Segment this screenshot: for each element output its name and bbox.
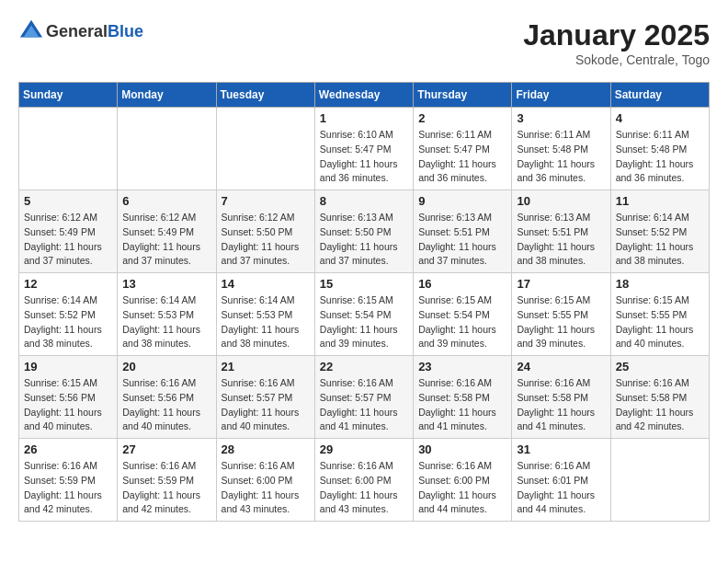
weekday-header-cell: Thursday: [414, 83, 512, 108]
calendar-day-cell: 1Sunrise: 6:10 AM Sunset: 5:47 PM Daylig…: [314, 108, 413, 190]
page-header: GeneralBlue January 2025 Sokode, Central…: [18, 18, 710, 67]
calendar-day-cell: 14Sunrise: 6:14 AM Sunset: 5:53 PM Dayli…: [216, 273, 314, 356]
calendar-day-cell: 20Sunrise: 6:16 AM Sunset: 5:56 PM Dayli…: [118, 356, 216, 439]
calendar-day-cell: 31Sunrise: 6:16 AM Sunset: 6:01 PM Dayli…: [512, 439, 610, 522]
day-number: 18: [616, 277, 704, 291]
calendar-day-cell: 24Sunrise: 6:16 AM Sunset: 5:58 PM Dayli…: [512, 356, 610, 439]
calendar-day-cell: 5Sunrise: 6:12 AM Sunset: 5:49 PM Daylig…: [19, 190, 118, 273]
day-number: 25: [616, 360, 704, 373]
weekday-header-cell: Saturday: [610, 83, 709, 108]
weekday-header-cell: Tuesday: [216, 83, 314, 108]
day-info: Sunrise: 6:16 AM Sunset: 6:01 PM Dayligh…: [517, 459, 605, 517]
day-info: Sunrise: 6:12 AM Sunset: 5:50 PM Dayligh…: [222, 211, 310, 269]
calendar-day-cell: 16Sunrise: 6:15 AM Sunset: 5:54 PM Dayli…: [414, 273, 512, 356]
calendar-day-cell: 4Sunrise: 6:11 AM Sunset: 5:48 PM Daylig…: [610, 108, 709, 190]
day-info: Sunrise: 6:16 AM Sunset: 6:00 PM Dayligh…: [320, 459, 408, 517]
location-title: Sokode, Centrale, Togo: [523, 52, 710, 67]
day-info: Sunrise: 6:12 AM Sunset: 5:49 PM Dayligh…: [24, 211, 112, 269]
calendar-week-row: 12Sunrise: 6:14 AM Sunset: 5:52 PM Dayli…: [19, 273, 710, 356]
day-number: 15: [320, 277, 408, 291]
logo-icon: [18, 18, 44, 44]
title-block: January 2025 Sokode, Centrale, Togo: [523, 18, 710, 67]
day-number: 20: [122, 360, 210, 373]
calendar-day-cell: [216, 108, 314, 190]
day-number: 29: [320, 442, 408, 456]
calendar-day-cell: 26Sunrise: 6:16 AM Sunset: 5:59 PM Dayli…: [19, 439, 118, 522]
day-number: 10: [517, 194, 605, 208]
day-info: Sunrise: 6:15 AM Sunset: 5:56 PM Dayligh…: [24, 376, 112, 434]
calendar-day-cell: [19, 108, 118, 190]
day-number: 16: [418, 277, 506, 291]
day-info: Sunrise: 6:15 AM Sunset: 5:54 PM Dayligh…: [320, 293, 408, 351]
calendar-week-row: 5Sunrise: 6:12 AM Sunset: 5:49 PM Daylig…: [19, 190, 710, 273]
calendar-day-cell: 6Sunrise: 6:12 AM Sunset: 5:49 PM Daylig…: [118, 190, 216, 273]
day-info: Sunrise: 6:13 AM Sunset: 5:50 PM Dayligh…: [320, 211, 408, 269]
calendar-day-cell: 21Sunrise: 6:16 AM Sunset: 5:57 PM Dayli…: [216, 356, 314, 439]
calendar-day-cell: 3Sunrise: 6:11 AM Sunset: 5:48 PM Daylig…: [512, 108, 610, 190]
day-number: 26: [24, 442, 112, 456]
calendar-day-cell: 23Sunrise: 6:16 AM Sunset: 5:58 PM Dayli…: [414, 356, 512, 439]
calendar-day-cell: [118, 108, 216, 190]
logo-text-blue: Blue: [108, 22, 143, 40]
logo-text-general: General: [46, 22, 108, 40]
day-info: Sunrise: 6:13 AM Sunset: 5:51 PM Dayligh…: [418, 211, 506, 269]
day-number: 22: [320, 360, 408, 373]
month-title: January 2025: [523, 18, 710, 52]
calendar-day-cell: 11Sunrise: 6:14 AM Sunset: 5:52 PM Dayli…: [610, 190, 709, 273]
day-number: 12: [24, 277, 112, 291]
day-info: Sunrise: 6:10 AM Sunset: 5:47 PM Dayligh…: [320, 128, 408, 186]
day-info: Sunrise: 6:15 AM Sunset: 5:54 PM Dayligh…: [418, 293, 506, 351]
day-info: Sunrise: 6:14 AM Sunset: 5:53 PM Dayligh…: [122, 293, 210, 351]
calendar-day-cell: 25Sunrise: 6:16 AM Sunset: 5:58 PM Dayli…: [610, 356, 709, 439]
day-number: 19: [24, 360, 112, 373]
calendar-day-cell: 12Sunrise: 6:14 AM Sunset: 5:52 PM Dayli…: [19, 273, 118, 356]
day-number: 14: [222, 277, 310, 291]
day-info: Sunrise: 6:14 AM Sunset: 5:52 PM Dayligh…: [616, 211, 704, 269]
day-number: 31: [517, 442, 605, 456]
weekday-header-cell: Wednesday: [314, 83, 413, 108]
day-info: Sunrise: 6:11 AM Sunset: 5:48 PM Dayligh…: [517, 128, 605, 186]
calendar-day-cell: 17Sunrise: 6:15 AM Sunset: 5:55 PM Dayli…: [512, 273, 610, 356]
day-info: Sunrise: 6:12 AM Sunset: 5:49 PM Dayligh…: [122, 211, 210, 269]
calendar-table: SundayMondayTuesdayWednesdayThursdayFrid…: [18, 82, 710, 522]
calendar-day-cell: 13Sunrise: 6:14 AM Sunset: 5:53 PM Dayli…: [118, 273, 216, 356]
calendar-day-cell: 10Sunrise: 6:13 AM Sunset: 5:51 PM Dayli…: [512, 190, 610, 273]
weekday-header-cell: Friday: [512, 83, 610, 108]
day-info: Sunrise: 6:15 AM Sunset: 5:55 PM Dayligh…: [517, 293, 605, 351]
calendar-day-cell: 30Sunrise: 6:16 AM Sunset: 6:00 PM Dayli…: [414, 439, 512, 522]
day-number: 21: [222, 360, 310, 373]
day-info: Sunrise: 6:16 AM Sunset: 5:56 PM Dayligh…: [122, 376, 210, 434]
day-info: Sunrise: 6:11 AM Sunset: 5:48 PM Dayligh…: [616, 128, 704, 186]
day-number: 5: [24, 194, 112, 208]
calendar-week-row: 19Sunrise: 6:15 AM Sunset: 5:56 PM Dayli…: [19, 356, 710, 439]
calendar-week-row: 26Sunrise: 6:16 AM Sunset: 5:59 PM Dayli…: [19, 439, 710, 522]
day-number: 13: [122, 277, 210, 291]
day-info: Sunrise: 6:15 AM Sunset: 5:55 PM Dayligh…: [616, 293, 704, 351]
calendar-day-cell: 2Sunrise: 6:11 AM Sunset: 5:47 PM Daylig…: [414, 108, 512, 190]
day-info: Sunrise: 6:16 AM Sunset: 6:00 PM Dayligh…: [418, 459, 506, 517]
day-info: Sunrise: 6:14 AM Sunset: 5:53 PM Dayligh…: [222, 293, 310, 351]
logo: GeneralBlue: [18, 18, 143, 44]
day-number: 23: [418, 360, 506, 373]
calendar-day-cell: 22Sunrise: 6:16 AM Sunset: 5:57 PM Dayli…: [314, 356, 413, 439]
calendar-body: 1Sunrise: 6:10 AM Sunset: 5:47 PM Daylig…: [19, 108, 710, 522]
calendar-day-cell: 8Sunrise: 6:13 AM Sunset: 5:50 PM Daylig…: [314, 190, 413, 273]
day-info: Sunrise: 6:16 AM Sunset: 5:57 PM Dayligh…: [320, 376, 408, 434]
calendar-day-cell: [610, 439, 709, 522]
day-number: 6: [122, 194, 210, 208]
day-number: 4: [616, 111, 704, 125]
day-number: 3: [517, 111, 605, 125]
day-info: Sunrise: 6:16 AM Sunset: 5:59 PM Dayligh…: [24, 459, 112, 517]
calendar-day-cell: 7Sunrise: 6:12 AM Sunset: 5:50 PM Daylig…: [216, 190, 314, 273]
day-info: Sunrise: 6:11 AM Sunset: 5:47 PM Dayligh…: [418, 128, 506, 186]
day-info: Sunrise: 6:16 AM Sunset: 5:58 PM Dayligh…: [616, 376, 704, 434]
day-number: 28: [222, 442, 310, 456]
day-number: 30: [418, 442, 506, 456]
day-info: Sunrise: 6:16 AM Sunset: 5:57 PM Dayligh…: [222, 376, 310, 434]
calendar-day-cell: 9Sunrise: 6:13 AM Sunset: 5:51 PM Daylig…: [414, 190, 512, 273]
calendar-week-row: 1Sunrise: 6:10 AM Sunset: 5:47 PM Daylig…: [19, 108, 710, 190]
day-info: Sunrise: 6:16 AM Sunset: 6:00 PM Dayligh…: [222, 459, 310, 517]
day-number: 11: [616, 194, 704, 208]
day-info: Sunrise: 6:14 AM Sunset: 5:52 PM Dayligh…: [24, 293, 112, 351]
day-number: 1: [320, 111, 408, 125]
